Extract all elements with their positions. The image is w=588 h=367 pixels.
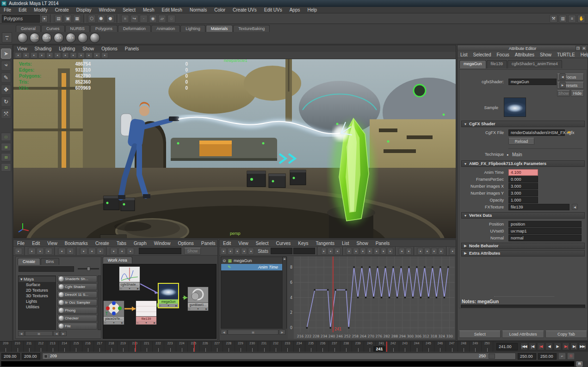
graph-add-icon[interactable]: ▪ — [118, 248, 126, 255]
shader-node-megagun[interactable]: megaGun▷▼▶ — [158, 283, 179, 308]
close-icon[interactable]: ✕ — [582, 46, 587, 51]
create-node-cgfx-shader[interactable]: Cgfx Shader — [57, 283, 97, 290]
save-scene-icon[interactable]: ▦ — [73, 15, 81, 23]
menu-create[interactable]: Create — [51, 7, 73, 12]
cgfx-shader-icon[interactable]: CGFX — [42, 33, 52, 43]
hypershade-menu-window[interactable]: Window — [150, 241, 174, 246]
frame-tick-219[interactable]: 219 — [118, 342, 129, 352]
play-forward-button[interactable]: ▶ — [554, 343, 561, 350]
ae-menu-focus[interactable]: Focus — [494, 52, 512, 57]
frame-tick-211[interactable]: 211 — [24, 342, 35, 352]
ae-menu-show[interactable]: Show — [537, 52, 554, 57]
frame-tick-227[interactable]: 227 — [211, 342, 223, 352]
pre-infinity-cycle-icon[interactable]: ▪ — [399, 248, 405, 255]
rotate-tool-button[interactable]: ↻ — [1, 97, 11, 107]
hypershade-menu-options[interactable]: Options — [174, 241, 197, 246]
title-bar[interactable]: M Autodesk Maya LT 2014 — [0, 0, 588, 7]
move-tool-button[interactable]: ✥ — [1, 85, 11, 95]
joint-xray-icon[interactable]: ▪ — [101, 52, 108, 58]
dope-sheet-icon[interactable]: ▪ — [450, 248, 456, 255]
camera-attributes-icon[interactable]: ▪ — [23, 52, 30, 58]
lasso-tool-button[interactable]: ༄ — [1, 61, 11, 71]
textured-mode-icon[interactable]: ▪ — [62, 52, 69, 58]
node-expand-left-icon[interactable]: ▷ — [137, 321, 139, 324]
frame-tick-213[interactable]: 213 — [47, 342, 59, 352]
frame-tick-238[interactable]: 238 — [340, 342, 352, 352]
menu-select[interactable]: Select — [119, 7, 139, 12]
frame-tick-221[interactable]: 221 — [141, 342, 153, 352]
menu-color[interactable]: Color — [210, 7, 229, 12]
node-expand-right-icon[interactable]: ▶ — [154, 321, 155, 324]
playback-end-field[interactable]: 250.00 — [518, 353, 536, 360]
frame-tick-209[interactable]: 209 — [0, 342, 12, 352]
frame-tick-239[interactable]: 239 — [352, 342, 364, 352]
attribute-field[interactable]: file139 — [508, 204, 569, 210]
frame-tick-215[interactable]: 215 — [70, 342, 82, 352]
show-channel-box-icon[interactable]: ▥ — [559, 15, 567, 23]
tree-item-maya[interactable]: ▾ Maya — [19, 276, 56, 282]
viewport-menu-options[interactable]: Options — [98, 46, 121, 51]
hypershade-menu-tabs[interactable]: Tabs — [113, 241, 130, 246]
frame-tick-228[interactable]: 228 — [223, 342, 235, 352]
dx11-shader-icon[interactable]: DX11 — [30, 33, 40, 43]
graph-rearrange-icon[interactable]: ▪ — [127, 248, 134, 255]
copy-tab-button[interactable]: Copy Tab — [545, 330, 587, 338]
make-live-icon[interactable]: ◌ — [167, 15, 175, 23]
frame-tick-245[interactable]: 245 — [423, 342, 434, 352]
frame-tick-218[interactable]: 218 — [105, 342, 117, 352]
unify-tangents-icon[interactable]: ▪ — [424, 248, 430, 255]
hypershade-tab-bins[interactable]: Bins — [41, 258, 59, 265]
node-expand-right-icon[interactable]: ▶ — [121, 321, 123, 324]
frame-tick-235[interactable]: 235 — [305, 342, 317, 352]
frame-tick-214[interactable]: 214 — [59, 342, 70, 352]
selection-mode-dropdown[interactable]: Polygons — [2, 15, 40, 23]
scroll-thumb[interactable]: ▤ — [25, 331, 53, 336]
isolate-select-icon[interactable]: ▪ — [86, 52, 93, 58]
frame-tick-229[interactable]: 229 — [235, 342, 247, 352]
pane-top-icon[interactable]: ▪ — [28, 248, 36, 255]
smooth-shade-mode-icon[interactable]: ▪ — [54, 52, 61, 58]
node-collapse-icon[interactable]: ▼ — [197, 307, 199, 310]
snap-to-curve-icon[interactable]: ↪ — [130, 15, 138, 23]
vertex-data-section[interactable]: ▼Vertex Data — [461, 212, 585, 219]
folder-icon[interactable]: ▰ — [567, 129, 571, 135]
hypershade-menu-bookmarks[interactable]: Bookmarks — [61, 241, 92, 246]
create-node-file[interactable]: File — [57, 323, 97, 330]
tree-item-utilities[interactable]: Utilities — [19, 304, 56, 310]
frame-tick-243[interactable]: 243 — [399, 342, 411, 352]
prev-key-button[interactable]: |◀ — [537, 343, 545, 350]
viewport-menu-show[interactable]: Show — [79, 46, 98, 51]
shelf-tab-materials[interactable]: Materials — [206, 25, 233, 32]
menu-normals[interactable]: Normals — [186, 7, 210, 12]
shelf-collapse-button[interactable]: ▬▾ — [2, 32, 12, 43]
graph-materials-icon[interactable]: ▪ — [110, 248, 118, 255]
shader-node-cgfxshade[interactable]: cgfxShade...▷▼▶ — [119, 266, 140, 291]
hypershade-search-field[interactable] — [139, 248, 181, 254]
show-tool-settings-icon[interactable]: ✋ — [577, 15, 585, 23]
shelf-tab-general[interactable]: General — [16, 25, 41, 32]
plateau-tangents-icon[interactable]: ▪ — [381, 248, 387, 255]
frame-tick-231[interactable]: 231 — [258, 342, 270, 352]
snap-to-view-plane-icon[interactable]: ▱ — [158, 15, 166, 23]
create-node-ilr-occ-sampler[interactable]: Ilr Occ Sampler — [57, 299, 97, 306]
input-output-connections-icon[interactable]: ▪ — [88, 248, 96, 255]
grid-toggle-icon[interactable]: ▪ — [38, 52, 45, 58]
post-infinity-cycle-icon[interactable]: ▪ — [406, 248, 412, 255]
lock-tangent-weight-icon[interactable]: ▪ — [438, 248, 444, 255]
frame-tick-237[interactable]: 237 — [329, 342, 340, 352]
step-forward-button[interactable]: ▶| — [570, 343, 578, 350]
shelf-tab-texturebaking[interactable]: TextureBaking — [233, 25, 270, 32]
paint-select-tool-button[interactable]: ✎ — [1, 73, 11, 83]
cgfx-shader-section[interactable]: ▼CgFX Shader — [461, 121, 585, 127]
attribute-field[interactable]: 0.000 — [508, 176, 538, 183]
pane-bottom-icon[interactable]: ▪ — [45, 248, 52, 255]
notes-box[interactable] — [461, 305, 585, 308]
shelf-tab-deformation[interactable]: Deformation — [118, 25, 151, 32]
break-tangents-icon[interactable]: ▪ — [417, 248, 423, 255]
viewport-menu-panels[interactable]: Panels — [121, 46, 143, 51]
swatch-size-slider[interactable] — [78, 268, 99, 269]
work-area-tab[interactable]: Work Area — [103, 257, 132, 263]
output-connections-icon[interactable]: ▪ — [97, 248, 104, 255]
viewport-menu-lighting[interactable]: Lighting — [55, 46, 79, 51]
ae-menu-attributes[interactable]: Attributes — [512, 52, 537, 57]
